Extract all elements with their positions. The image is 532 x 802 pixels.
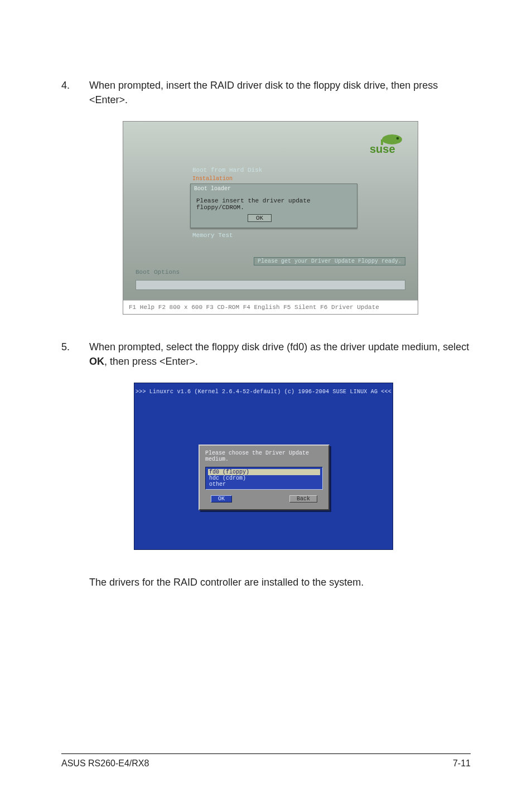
- suse-logo-icon: suse: [367, 133, 405, 155]
- suse-boot-screen: suse Boot from Hard Disk Installation Bo…: [123, 121, 418, 315]
- linuxrc-header: >>> Linuxrc v1.6 (Kernel 2.6.4-52-defaul…: [134, 383, 393, 395]
- step-5-text: When prompted, select the floppy disk dr…: [89, 340, 471, 369]
- step-5-text-a: When prompted, select the floppy disk dr…: [89, 341, 469, 352]
- back-button[interactable]: Back: [289, 495, 317, 503]
- step-4-number: 4.: [61, 78, 89, 107]
- post-install-note: The drivers for the RAID controller are …: [89, 575, 471, 590]
- suse-fnkey-bar: F1 Help F2 800 x 600 F3 CD-ROM F4 Englis…: [123, 300, 418, 314]
- ok-button[interactable]: OK: [211, 495, 232, 503]
- page-footer: ASUS RS260-E4/RX8 7-11: [61, 753, 471, 769]
- modal-body: Please insert the driver update floppy/C…: [191, 193, 357, 228]
- driver-medium-prompt: Please choose the Driver Update medium.: [205, 450, 323, 462]
- step-5-text-b: , then press <Enter>.: [104, 356, 198, 367]
- step-4: 4. When prompted, insert the RAID driver…: [61, 78, 471, 107]
- footer-page-number: 7-11: [453, 758, 471, 769]
- suse-screenshot-wrap: suse Boot from Hard Disk Installation Bo…: [123, 121, 471, 315]
- linuxrc-screen: >>> Linuxrc v1.6 (Kernel 2.6.4-52-defaul…: [134, 383, 393, 550]
- suse-main-area: suse Boot from Hard Disk Installation Bo…: [123, 122, 418, 300]
- dialog-buttons: OK Back: [205, 495, 323, 503]
- option-hdc[interactable]: hdc (cdrom): [208, 475, 320, 481]
- driver-ready-hint: Please get your Driver Update Floppy rea…: [254, 257, 405, 265]
- step-5-bold: OK: [89, 356, 104, 367]
- footer-product: ASUS RS260-E4/RX8: [61, 758, 149, 769]
- boot-menu: Boot from Hard Disk Installation Boot lo…: [190, 166, 357, 240]
- modal-title: Boot loader: [191, 186, 357, 193]
- step-4-text: When prompted, insert the RAID driver di…: [89, 78, 471, 107]
- step-5: 5. When prompted, select the floppy disk…: [61, 340, 471, 369]
- linuxrc-screenshot-wrap: >>> Linuxrc v1.6 (Kernel 2.6.4-52-defaul…: [134, 383, 471, 550]
- boot-options-label: Boot Options: [136, 269, 180, 276]
- driver-medium-dialog: Please choose the Driver Update medium. …: [199, 445, 330, 510]
- menu-memory-test[interactable]: Memory Test: [190, 231, 357, 240]
- svg-point-1: [396, 137, 399, 140]
- driver-medium-list[interactable]: fd0 (floppy) hdc (cdrom) other: [205, 467, 323, 490]
- option-fd0[interactable]: fd0 (floppy): [208, 469, 320, 475]
- step-5-number: 5.: [61, 340, 89, 369]
- modal-message: Please insert the driver update floppy/C…: [196, 197, 352, 211]
- boot-options-input[interactable]: [136, 280, 405, 290]
- ok-button[interactable]: OK: [248, 214, 272, 222]
- menu-boot-from-hd[interactable]: Boot from Hard Disk: [190, 166, 357, 175]
- option-other[interactable]: other: [208, 481, 320, 487]
- svg-text:suse: suse: [370, 143, 395, 155]
- menu-installation[interactable]: Installation: [190, 175, 357, 183]
- driver-update-modal: Boot loader Please insert the driver upd…: [190, 183, 357, 228]
